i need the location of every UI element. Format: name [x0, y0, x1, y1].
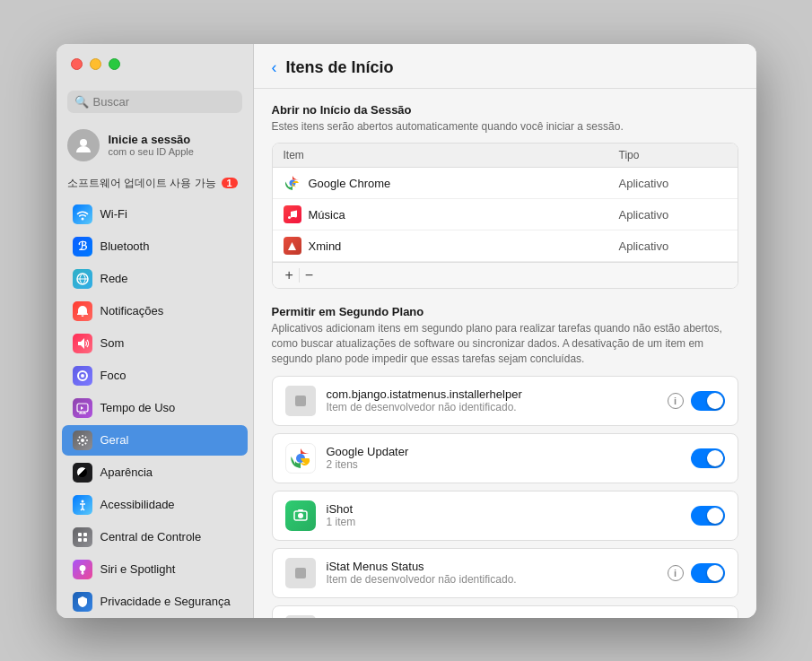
svg-rect-11 [295, 396, 306, 406]
istat-status-info-button[interactable]: i [668, 565, 684, 581]
bluetooth-icon: ℬ [73, 237, 92, 257]
focus-icon [73, 366, 92, 386]
sidebar-item-label-screentime: Tempo de Uso [100, 401, 176, 414]
update-text: 소프트웨어 업데이트 사용 가능 [67, 176, 216, 191]
app-type-music: Aplicativo [619, 208, 727, 222]
sidebar-item-focus[interactable]: Foco [62, 361, 248, 391]
col-header-item: Item [284, 149, 619, 161]
sidebar-item-appearance[interactable]: Aparência [62, 457, 248, 488]
sound-icon [73, 334, 92, 353]
close-button[interactable] [71, 58, 83, 70]
sidebar-item-sound[interactable]: Som [62, 328, 248, 359]
sidebar-item-privacy[interactable]: Privacidade e Segurança [62, 587, 248, 617]
bjango-name: com.bjango.istatmenus.installerhelper [327, 387, 657, 401]
user-info: Inicie a sessão com o seu ID Apple [109, 133, 194, 157]
search-bar[interactable]: 🔍 [67, 91, 242, 113]
sidebar-item-label-general: Geral [100, 433, 129, 447]
page-title: Itens de Início [286, 58, 394, 77]
sidebar-item-label-wifi: Wi-Fi [100, 207, 127, 221]
ishot-toggle[interactable] [691, 506, 725, 526]
sidebar-item-wifi[interactable]: Wi-Fi [62, 199, 248, 230]
app-name-xmind: Xmind [309, 239, 619, 253]
svg-point-0 [80, 139, 87, 146]
bg-item-chrome-updater: Google Updater 2 itens [272, 433, 738, 483]
sidebar-item-notifications[interactable]: Notificações [62, 296, 248, 326]
svg-rect-6 [83, 533, 87, 536]
sidebar-item-general[interactable]: Geral [62, 425, 248, 456]
svg-rect-7 [78, 538, 82, 542]
wifi-icon [73, 204, 92, 224]
bg-item-ishot: iShot 1 item [272, 491, 738, 541]
chrome-updater-info: Google Updater 2 itens [327, 445, 680, 471]
svg-rect-16 [298, 509, 303, 511]
music-app-icon [284, 205, 301, 223]
content-scroll[interactable]: Abrir no Início da Sessão Estes itens se… [254, 89, 756, 618]
chrome-updater-toggle[interactable] [691, 448, 725, 468]
chrome-updater-sub: 2 itens [327, 458, 680, 471]
sidebar: 🔍 Inicie a sessão com o seu ID Apple 소프트… [57, 44, 254, 618]
bg-item-bjango: com.bjango.istatmenus.installerhelper It… [272, 376, 738, 426]
bjango-info: com.bjango.istatmenus.installerhelper It… [327, 387, 657, 413]
update-badge-row: 소프트웨어 업데이트 사용 가능 1 [57, 172, 253, 198]
table-row[interactable]: Música Aplicativo [273, 199, 738, 230]
bjango-right: i [668, 391, 725, 411]
bjango-sub: Item de desenvolvedor não identificado. [327, 401, 657, 413]
sidebar-item-accessibility[interactable]: Acessibilidade [62, 490, 248, 520]
remove-item-button[interactable]: − [300, 266, 319, 284]
app-name-music: Música [309, 208, 619, 222]
svg-point-3 [81, 439, 84, 442]
network-icon [73, 269, 92, 289]
app-type-xmind: Aplicativo [619, 239, 727, 253]
background-section-title: Permitir em Segundo Plano [272, 305, 738, 318]
controlcenter-icon [73, 527, 92, 547]
sidebar-item-network[interactable]: Rede [62, 264, 248, 294]
istat-status-icon [285, 558, 316, 588]
search-icon: 🔍 [74, 95, 89, 109]
fullscreen-button[interactable] [109, 58, 120, 70]
chrome-updater-name: Google Updater [327, 445, 680, 458]
add-item-button[interactable]: + [280, 266, 299, 284]
minimize-button[interactable] [90, 58, 101, 70]
table-row[interactable]: Google Chrome Aplicativo [273, 168, 738, 199]
traffic-lights [71, 58, 120, 70]
sidebar-item-label-sound: Som [100, 336, 125, 350]
svg-point-15 [298, 513, 303, 518]
main-header: ‹ Itens de Início [254, 44, 756, 89]
app-name-chrome: Google Chrome [309, 177, 619, 190]
back-button[interactable]: ‹ [272, 59, 277, 75]
update-badge: 1 [222, 178, 238, 188]
istat-status-right: i [668, 563, 725, 583]
sidebar-item-bluetooth[interactable]: ℬ Bluetooth [62, 231, 248, 262]
sidebar-item-label-notifications: Notificações [100, 304, 164, 317]
search-input[interactable] [93, 95, 235, 109]
user-profile[interactable]: Inicie a sessão com o seu ID Apple [57, 124, 253, 172]
sidebar-item-siri[interactable]: Siri e Spotlight [62, 554, 248, 585]
bg-item-istat-agent: iStatMenusAgent Item de desenvolvedor nã… [272, 605, 738, 618]
bjango-toggle[interactable] [691, 391, 725, 411]
background-section-desc: Aplicativos adicionam itens em segundo p… [272, 321, 738, 366]
sidebar-item-controlcenter[interactable]: Central de Controle [62, 522, 248, 552]
appearance-icon [73, 463, 92, 483]
siri-icon [73, 560, 92, 579]
istat-status-sub: Item de desenvolvedor não identificado. [327, 573, 657, 586]
user-name: Inicie a sessão [109, 133, 194, 146]
app-type-chrome: Aplicativo [619, 177, 727, 190]
general-icon [73, 431, 92, 450]
accessibility-icon [73, 495, 92, 515]
istat-status-toggle[interactable] [691, 563, 725, 583]
chrome-updater-icon [285, 443, 316, 474]
sidebar-item-screentime[interactable]: Tempo de Uso [62, 393, 248, 423]
chrome-updater-right [691, 448, 725, 468]
bjango-info-button[interactable]: i [668, 393, 684, 409]
sidebar-item-label-bluetooth: Bluetooth [100, 239, 150, 253]
ishot-app-icon [285, 500, 316, 531]
startup-section: Abrir no Início da Sessão Estes itens se… [272, 103, 738, 290]
xmind-app-icon [284, 237, 301, 255]
sidebar-item-label-privacy: Privacidade e Segurança [100, 595, 231, 608]
table-row[interactable]: Xmind Aplicativo [273, 230, 738, 262]
notifications-icon [73, 301, 92, 321]
sidebar-item-label-focus: Foco [100, 369, 127, 382]
sidebar-item-label-controlcenter: Central de Controle [100, 530, 202, 544]
bjango-icon [285, 386, 316, 416]
screentime-icon [73, 398, 92, 418]
